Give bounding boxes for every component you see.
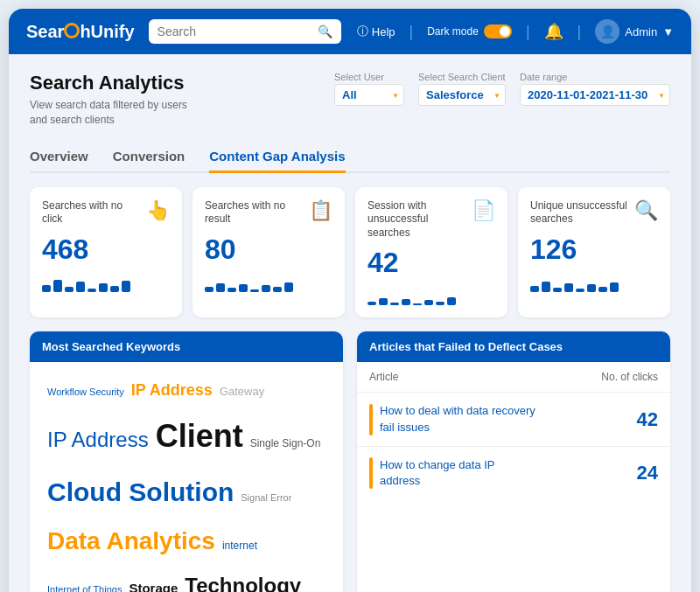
stat-card-no-click: Searches with no click 👆 468 (30, 187, 182, 318)
mini-bar (76, 282, 85, 292)
mini-bar (413, 303, 422, 305)
mini-bar (390, 303, 399, 305)
keyword-word[interactable]: IP Address (47, 421, 149, 458)
stat-icon: 📄 (472, 199, 495, 222)
article-dot (369, 457, 373, 489)
keyword-word[interactable]: Client (156, 408, 243, 465)
header: SearhUnify 🔍 ⓘ Help | Dark mode | 🔔 | 👤 … (9, 9, 691, 54)
mini-bar (436, 302, 444, 305)
keyword-word[interactable]: internet (222, 537, 257, 556)
help-label: Help (372, 25, 396, 38)
header-right: ⓘ Help | Dark mode | 🔔 | 👤 Admin ▼ (357, 19, 674, 44)
user-select[interactable]: All (334, 84, 404, 106)
mini-bar (216, 283, 225, 292)
date-filter-label: Date range (520, 72, 670, 82)
user-filter: Select User All (334, 72, 404, 106)
user-select-wrap[interactable]: All (334, 84, 404, 106)
bell-icon[interactable]: 🔔 (544, 22, 564, 41)
mini-bars (205, 275, 332, 292)
toggle-switch[interactable] (484, 24, 512, 38)
search-icon: 🔍 (318, 24, 332, 38)
keywords-card: Most Searched Keywords Workflow Security… (30, 331, 343, 592)
mini-bar (587, 284, 596, 292)
mini-bar (530, 286, 539, 292)
client-select[interactable]: Salesforce (418, 84, 506, 106)
stat-icon: 🔍 (634, 199, 658, 222)
user-filter-label: Select User (334, 72, 404, 82)
mini-bar (53, 280, 62, 292)
date-select-wrap[interactable]: 2020-11-01-2021-11-30 (520, 84, 670, 106)
keywords-header: Most Searched Keywords (30, 331, 343, 362)
help-button[interactable]: ⓘ Help (357, 24, 396, 39)
keyword-word[interactable]: Single Sign-On (250, 435, 321, 454)
client-filter-label: Select Search Client (418, 72, 506, 82)
tab-conversion[interactable]: Conversion (113, 142, 186, 173)
article-clicks: 24 (637, 462, 658, 484)
mini-bar (99, 283, 108, 292)
client-select-wrap[interactable]: Salesforce (418, 84, 506, 106)
mini-bars (368, 288, 495, 305)
stat-value: 42 (368, 247, 495, 279)
col-clicks: No. of clicks (601, 371, 658, 383)
tab-overview[interactable]: Overview (30, 142, 88, 173)
mini-bar (379, 298, 388, 305)
keyword-word[interactable]: Gateway (220, 381, 264, 401)
date-filter: Date range 2020-11-01-2021-11-30 (520, 72, 670, 106)
bottom-grid: Most Searched Keywords Workflow Security… (30, 331, 670, 592)
mini-bar (42, 285, 51, 292)
mini-bar (205, 287, 214, 292)
stat-title: Session with unsuccessful searches (368, 199, 470, 240)
mini-bar (262, 285, 270, 292)
date-select[interactable]: 2020-11-01-2021-11-30 (520, 84, 670, 106)
logo-icon (64, 23, 80, 38)
stat-value: 80 (205, 233, 332, 266)
mini-bar (576, 289, 584, 292)
articles-card: Articles that Failed to Deflect Cases Ar… (357, 331, 670, 592)
divider2: | (526, 23, 530, 41)
mini-bar (424, 300, 433, 305)
mini-bar (553, 288, 562, 292)
articles-rows: How to deal with data recovery fail issu… (357, 393, 670, 499)
article-clicks: 42 (637, 408, 658, 431)
article-name[interactable]: How to change data IP address (380, 457, 537, 489)
table-header: Article No. of clicks (357, 362, 670, 393)
mini-bar (122, 281, 130, 292)
mini-bar (598, 287, 607, 292)
dark-mode-toggle[interactable]: Dark mode (427, 24, 512, 38)
keyword-word[interactable]: Cloud Solution (47, 469, 234, 516)
tab-content-gap[interactable]: Content Gap Analysis (209, 142, 345, 173)
page-title: Search Analytics (30, 72, 205, 94)
mini-bar (228, 288, 236, 292)
search-input[interactable] (158, 24, 311, 38)
wordcloud: Workflow SecurityIP AddressGatewayIP Add… (30, 362, 343, 592)
admin-button[interactable]: 👤 Admin ▼ (595, 19, 674, 44)
keyword-word[interactable]: Internet of Things (47, 582, 122, 592)
article-left: How to deal with data recovery fail issu… (369, 403, 537, 435)
stat-value: 468 (42, 233, 170, 266)
stat-title: Searches with no click (42, 199, 144, 226)
col-article: Article (369, 371, 398, 383)
mini-bar (110, 286, 119, 292)
mini-bar (284, 282, 293, 292)
mini-bar (368, 302, 376, 305)
keyword-word[interactable]: Workflow Security (47, 384, 124, 401)
stats-grid: Searches with no click 👆 468 Searches wi… (30, 187, 670, 318)
keyword-word[interactable]: Technology (185, 567, 301, 592)
dark-mode-label: Dark mode (427, 25, 479, 38)
mini-bars (530, 275, 658, 292)
page-title-section: Search Analytics View search data filter… (30, 72, 205, 128)
keyword-word[interactable]: Signal Error (241, 490, 291, 507)
keyword-word[interactable]: Storage (129, 576, 178, 592)
stat-icon: 📋 (309, 199, 332, 222)
stat-title: Searches with no result (205, 199, 307, 226)
article-row: How to deal with data recovery fail issu… (357, 393, 670, 446)
chevron-down-icon: ▼ (662, 25, 674, 38)
keyword-word[interactable]: IP Address (131, 376, 213, 404)
admin-avatar: 👤 (595, 19, 620, 44)
stat-value: 126 (530, 233, 658, 266)
article-name[interactable]: How to deal with data recovery fail issu… (380, 403, 537, 435)
stat-card-unique: Unique unsuccessful searches 🔍 126 (518, 187, 670, 318)
keyword-word[interactable]: Data Analytics (47, 519, 215, 563)
article-dot (369, 404, 373, 435)
filters: Select User All Select Search Client Sal… (334, 72, 670, 106)
